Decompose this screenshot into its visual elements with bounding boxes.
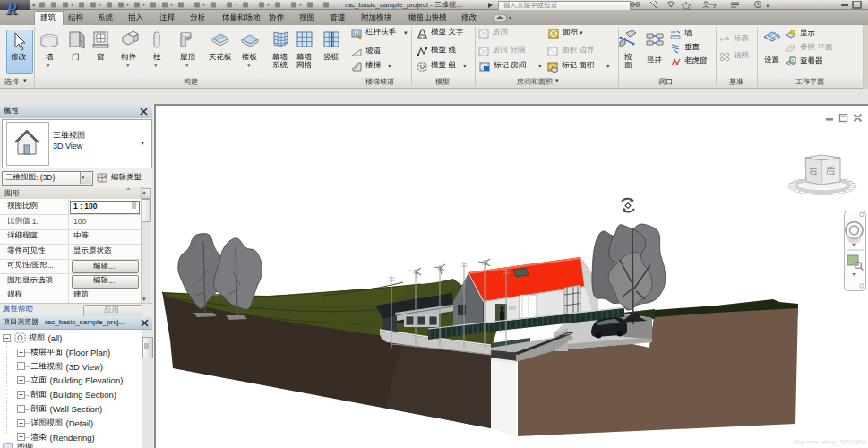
svg-text:...: ... — [47, 261, 54, 270]
svg-text:...: ... — [108, 276, 115, 285]
svg-text:...: ... — [456, 1, 462, 9]
svg-text:rac_basic_sample_project -: rac_basic_sample_project - — [345, 1, 434, 9]
svg-text:: (3D): : (3D) — [36, 173, 55, 182]
svg-text:- rac_basic_sample_proj...: - rac_basic_sample_proj... — [39, 318, 125, 326]
svg-text:/: / — [30, 261, 33, 270]
svg-text:1:: 1: — [30, 217, 39, 226]
svg-text:...: ... — [108, 262, 115, 271]
